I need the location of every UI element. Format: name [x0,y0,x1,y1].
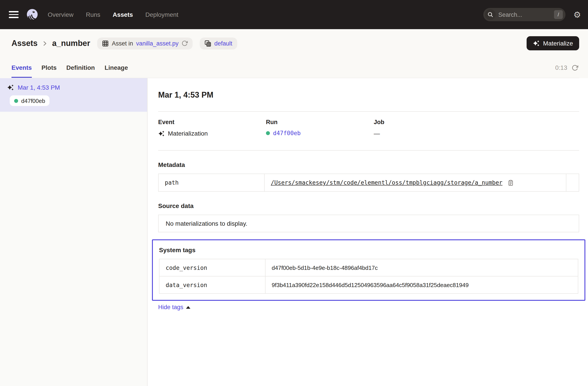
settings-gear-icon[interactable]: ⚙ [573,10,581,19]
asset-tabs-row: Events Plots Definition Lineage 0:13 [11,57,579,78]
sparkle-icon [533,40,540,47]
system-tags-table: code_version d47f00eb-5d1b-4e9e-b18c-489… [159,259,578,294]
job-column: Job — [374,119,482,137]
tab-events[interactable]: Events [11,57,32,78]
tab-plots[interactable]: Plots [42,57,57,78]
metadata-heading: Metadata [158,161,579,168]
nav-deployment[interactable]: Deployment [145,11,178,18]
breadcrumb-chevron-icon [42,40,48,47]
table-row: path /Users/smackesey/stm/code/elementl/… [158,174,579,191]
event-timestamp-link[interactable]: Mar 1, 4:53 PM [18,84,60,91]
tag-key-data-version: data_version [159,276,265,293]
job-value: — [374,130,380,137]
system-tags-heading: System tags [159,246,578,254]
asset-file-link[interactable]: vanilla_asset.py [136,40,178,47]
tab-lineage[interactable]: Lineage [105,57,128,78]
materialization-sparkle-icon [7,84,14,91]
materialize-button[interactable]: Materialize [527,36,579,50]
materialize-button-label: Materialize [543,40,573,47]
hamburger-menu-icon[interactable] [9,11,19,18]
run-status-success-dot [14,99,18,103]
dagster-app: Overview Runs Assets Deployment / ⚙ Asse… [0,0,588,386]
tag-value-code-version: d47f00eb-5d1b-4e9e-b18c-4896af4bd17c [265,259,578,276]
run-id-link[interactable]: d47f00eb [273,130,301,137]
source-data-heading: Source data [158,202,579,209]
refresh-icon[interactable] [572,64,578,71]
dagster-logo-icon[interactable] [26,8,39,21]
search-icon [485,9,496,20]
event-detail-title: Mar 1, 4:53 PM [158,91,579,100]
table-row: code_version d47f00eb-5d1b-4e9e-b18c-489… [159,259,578,276]
job-column-label: Job [374,119,482,125]
tag-key-code-version: code_version [159,259,265,276]
global-search[interactable]: / [483,8,566,21]
nav-runs[interactable]: Runs [86,11,100,18]
hide-tags-link[interactable]: Hide tags [158,304,190,310]
top-navigation-bar: Overview Runs Assets Deployment / ⚙ [0,0,588,29]
group-default-link[interactable]: default [214,40,232,47]
asset-group-badge: default [200,37,237,49]
search-shortcut-key: / [554,10,563,19]
asset-grid-icon [102,40,109,47]
run-status-success-dot [266,131,270,135]
event-list-item-selected[interactable]: Mar 1, 4:53 PM d47f00eb [0,78,147,112]
asset-definition-badge: Asset in vanilla_asset.py [97,37,193,49]
nav-assets[interactable]: Assets [113,11,133,18]
copy-to-clipboard-icon[interactable] [508,180,514,186]
system-tags-section-highlighted: System tags code_version d47f00eb-5d1b-4… [152,239,585,301]
event-list-sidebar: Mar 1, 4:53 PM d47f00eb [0,78,147,386]
source-data-empty-message: No materializations to display. [158,215,579,232]
nav-overview[interactable]: Overview [48,11,74,18]
event-column-label: Event [158,119,266,125]
run-id-badge[interactable]: d47f00eb [10,95,49,106]
asset-badge-prefix: Asset in [112,40,133,47]
top-nav-links: Overview Runs Assets Deployment [48,11,178,18]
group-layers-icon [205,40,211,47]
event-type-value: Materialization [168,130,208,137]
search-input[interactable] [498,11,554,18]
refresh-countdown: 0:13 [555,64,567,71]
materialization-sparkle-icon [158,130,165,137]
tag-value-data-version: 9f3b411a390fd22e158d446d5d12504963596aa6… [265,276,578,293]
table-row: data_version 9f3b411a390fd22e158d446d5d1… [159,276,578,293]
metadata-path-link[interactable]: /Users/smackesey/stm/code/elementl/oss/t… [271,179,503,186]
run-column: Run d47f00eb [266,119,374,137]
reload-definition-icon[interactable] [182,40,188,46]
tab-definition[interactable]: Definition [66,57,95,78]
metadata-key: path [158,174,264,191]
run-id-badge-label: d47f00eb [21,97,45,104]
asset-page-header: Assets a_number Asset in vanilla_asset.p… [0,29,588,78]
page-title-asset-name: a_number [52,39,90,48]
event-column: Event Materialization [158,119,266,137]
breadcrumb-assets-link[interactable]: Assets [11,39,38,48]
caret-up-icon [186,306,190,308]
event-detail-panel: Mar 1, 4:53 PM Event Materialization Run… [147,78,588,386]
metadata-table: path /Users/smackesey/stm/code/elementl/… [158,174,579,192]
run-column-label: Run [266,119,374,125]
hide-tags-label: Hide tags [158,304,183,310]
breadcrumb: Assets a_number Asset in vanilla_asset.p… [11,29,579,57]
